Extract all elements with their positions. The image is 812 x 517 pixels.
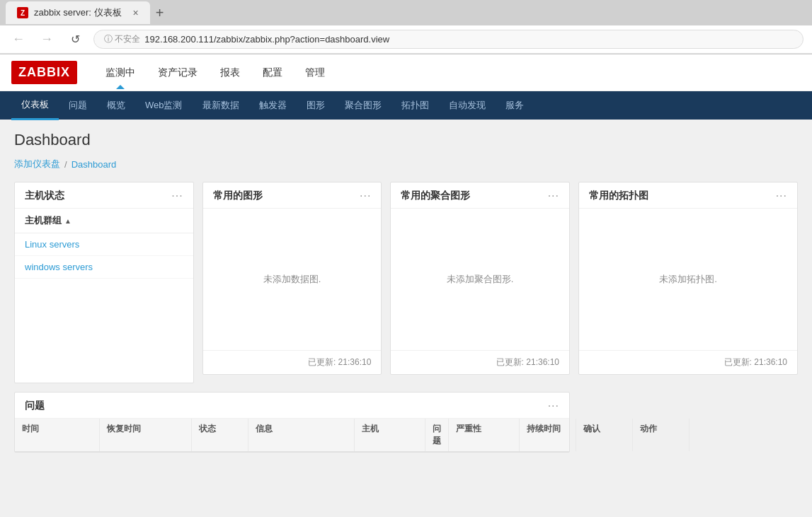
col-duration: 持续时间	[520, 419, 576, 451]
widget-topology-updated: 已更新: 21:36:10	[724, 357, 787, 367]
topnav-item-config[interactable]: 配置	[251, 57, 294, 89]
host-group-windows[interactable]: windows servers	[15, 256, 193, 279]
widget-graphs-empty: 未添加数据图.	[263, 273, 321, 286]
breadcrumb-separator: /	[64, 159, 67, 170]
widget-topology-menu[interactable]: ···	[776, 190, 787, 202]
topnav-item-reports[interactable]: 报表	[209, 57, 251, 89]
widget-graphs-title: 常用的图形	[213, 190, 263, 202]
widget-topology-header: 常用的拓扑图 ···	[579, 182, 797, 209]
widget-aggregate-title: 常用的聚合图形	[401, 190, 470, 202]
widget-problems: 问题 ··· 时间 恢复时间 状态 信息 主机 问题 严重性 持续时间 确认 动…	[14, 392, 570, 453]
widget-graphs-footer: 已更新: 21:36:10	[203, 350, 382, 374]
sub-nav: 仪表板 问题 概览 Web监测 最新数据 触发器 图形 聚合图形 拓扑图 自动发…	[0, 91, 812, 120]
subnav-item-web[interactable]: Web监测	[135, 92, 193, 119]
widget-host-status-header: 主机状态 ···	[15, 182, 193, 209]
subnav-item-overview[interactable]: 概览	[97, 92, 135, 119]
col-severity: 严重性	[449, 419, 520, 451]
subnav-item-aggregate[interactable]: 聚合图形	[335, 92, 391, 119]
col-time: 时间	[15, 419, 100, 451]
widget-aggregate-empty: 未添加聚合图形.	[447, 273, 514, 286]
security-badge: ⓘ 不安全	[104, 33, 140, 45]
col-info: 信息	[248, 419, 355, 451]
subnav-item-dashboard[interactable]: 仪表板	[11, 91, 59, 120]
col-recovery-time: 恢复时间	[100, 419, 192, 451]
col-status: 状态	[192, 419, 248, 451]
col-action: 动作	[633, 419, 690, 451]
forward-button[interactable]: →	[37, 32, 57, 47]
subnav-item-services[interactable]: 服务	[496, 92, 534, 119]
problems-header: 问题 ···	[15, 393, 569, 419]
windows-servers-link[interactable]: windows servers	[25, 262, 93, 272]
dashboard-grid: 常用的图形 ··· 未添加数据图. 已更新: 21:36:10 常用的聚合图形 …	[14, 182, 798, 453]
page-title: Dashboard	[14, 131, 798, 149]
page-content: Dashboard 添加仪表盘 / Dashboard 常用的图形 ··· 未添…	[0, 120, 812, 517]
widget-host-status-menu[interactable]: ···	[171, 190, 183, 202]
widget-graphs: 常用的图形 ··· 未添加数据图. 已更新: 21:36:10	[202, 182, 382, 375]
problems-menu[interactable]: ···	[548, 400, 559, 412]
host-group-column-header: 主机群组 ▲	[15, 209, 193, 233]
widget-topology: 常用的拓扑图 ··· 未添加拓扑图. 已更新: 21:36:10	[578, 182, 798, 375]
topnav-item-admin[interactable]: 管理	[294, 57, 336, 89]
widget-host-status-title: 主机状态	[25, 190, 64, 202]
widget-host-status: 主机状态 ··· 主机群组 ▲ Linux servers windows se…	[14, 182, 194, 383]
widget-topology-title: 常用的拓扑图	[589, 190, 648, 202]
widget-aggregate: 常用的聚合图形 ··· 未添加聚合图形. 已更新: 21:36:10	[390, 182, 570, 375]
tab-close-button[interactable]: ×	[133, 7, 139, 18]
topnav-item-assets[interactable]: 资产记录	[147, 57, 209, 89]
widget-graphs-updated: 已更新: 21:36:10	[308, 357, 371, 367]
host-group-linux[interactable]: Linux servers	[15, 233, 193, 256]
widget-aggregate-footer: 已更新: 21:36:10	[391, 350, 569, 374]
top-nav: ZABBIX 监测中 资产记录 报表 配置 管理	[0, 54, 812, 91]
widget-graphs-body: 未添加数据图.	[203, 209, 382, 350]
widget-aggregate-updated: 已更新: 21:36:10	[496, 357, 559, 367]
address-text: 192.168.200.111/zabbix/zabbix.php?action…	[144, 34, 389, 45]
widget-graphs-menu[interactable]: ···	[360, 190, 371, 202]
tab-favicon: Z	[17, 7, 28, 18]
widget-topology-body: 未添加拓扑图.	[579, 209, 797, 350]
problems-title: 问题	[25, 400, 45, 412]
sort-arrow-icon[interactable]: ▲	[64, 217, 72, 225]
active-tab[interactable]: Z zabbix server: 仪表板 ×	[6, 1, 150, 24]
browser-chrome: Z zabbix server: 仪表板 × + ← → ↺ ⓘ 不安全 192…	[0, 0, 812, 54]
subnav-item-problems[interactable]: 问题	[59, 92, 97, 119]
tab-title: zabbix server: 仪表板	[34, 6, 122, 19]
subnav-item-discovery[interactable]: 自动发现	[439, 92, 496, 119]
address-bar: ← → ↺ ⓘ 不安全 192.168.200.111/zabbix/zabbi…	[0, 25, 812, 54]
new-tab-button[interactable]: +	[150, 5, 170, 21]
subnav-item-triggers[interactable]: 触发器	[249, 92, 297, 119]
zabbix-logo[interactable]: ZABBIX	[11, 61, 77, 84]
widget-aggregate-header: 常用的聚合图形 ···	[391, 182, 569, 209]
top-nav-items: 监测中 资产记录 报表 配置 管理	[94, 57, 336, 89]
col-ack: 确认	[576, 419, 633, 451]
host-status-body: 主机群组 ▲ Linux servers windows servers	[15, 209, 193, 279]
reload-button[interactable]: ↺	[65, 33, 85, 46]
breadcrumb: 添加仪表盘 / Dashboard	[14, 158, 798, 170]
zabbix-app: ZABBIX 监测中 资产记录 报表 配置 管理 仪表板 问题	[0, 54, 812, 517]
back-button[interactable]: ←	[8, 32, 28, 47]
breadcrumb-current-link[interactable]: Dashboard	[72, 159, 117, 170]
widget-topology-footer: 已更新: 21:36:10	[579, 350, 797, 374]
col-host: 主机	[355, 419, 425, 451]
breadcrumb-add-link[interactable]: 添加仪表盘	[14, 158, 60, 170]
subnav-item-latest[interactable]: 最新数据	[193, 92, 249, 119]
tab-bar: Z zabbix server: 仪表板 × +	[0, 0, 812, 25]
topnav-item-monitoring[interactable]: 监测中	[94, 57, 147, 89]
widget-aggregate-body: 未添加聚合图形.	[391, 209, 569, 350]
subnav-item-topology[interactable]: 拓扑图	[391, 92, 439, 119]
subnav-item-graphs[interactable]: 图形	[297, 92, 335, 119]
col-problem: 问题	[425, 419, 449, 451]
problems-columns: 时间 恢复时间 状态 信息 主机 问题 严重性 持续时间 确认 动作	[15, 419, 569, 452]
widget-topology-empty: 未添加拓扑图.	[659, 273, 717, 286]
host-group-column-label: 主机群组	[25, 214, 62, 227]
widget-aggregate-menu[interactable]: ···	[548, 190, 559, 202]
widget-graphs-header: 常用的图形 ···	[203, 182, 382, 209]
address-field[interactable]: ⓘ 不安全 192.168.200.111/zabbix/zabbix.php?…	[93, 30, 804, 49]
linux-servers-link[interactable]: Linux servers	[25, 239, 79, 250]
